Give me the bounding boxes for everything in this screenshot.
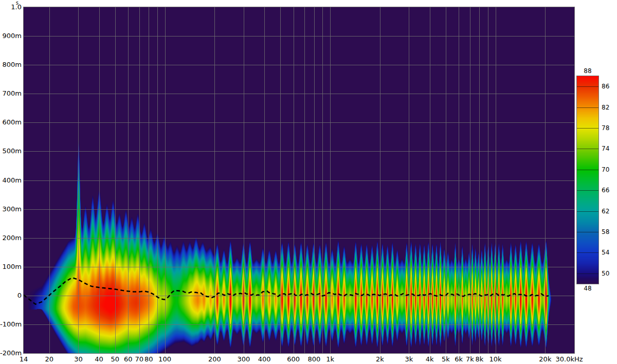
colorbar-tick-label: 70 bbox=[602, 166, 609, 173]
x-axis-tick-label: 600 bbox=[287, 355, 300, 363]
y-axis-tick-label: 700m bbox=[0, 89, 22, 97]
x-axis-tick-label: 40 bbox=[95, 355, 103, 363]
x-axis-tick-label: 70 bbox=[135, 355, 143, 363]
y-axis-tick-label: 800m bbox=[0, 61, 22, 68]
y-axis-tick-label: 100m bbox=[0, 263, 22, 270]
x-axis-tick-label: 2k bbox=[376, 355, 384, 363]
x-axis-tick-label: 8k bbox=[476, 355, 484, 363]
colorbar-tick-label: 62 bbox=[602, 208, 609, 215]
x-axis-tick-label: 800 bbox=[307, 355, 320, 363]
x-axis-tick-label: 100 bbox=[158, 355, 171, 363]
colorbar-max-label: 88 bbox=[576, 67, 599, 75]
colorbar-tick-label: 54 bbox=[602, 249, 609, 256]
x-axis-tick-label: 7k bbox=[466, 355, 474, 363]
x-axis-tick-label: 10k bbox=[489, 355, 502, 363]
spectrogram-plot-area bbox=[23, 7, 575, 354]
x-axis-tick-label: 20 bbox=[45, 355, 54, 363]
y-axis-tick-label: 400m bbox=[0, 176, 22, 184]
x-axis-tick-label: 14 bbox=[20, 355, 28, 363]
y-axis-tick-label: 1.0 bbox=[0, 3, 22, 11]
x-axis-tick-label: 400 bbox=[258, 355, 271, 363]
y-axis-tick-label: -100m bbox=[0, 320, 22, 328]
colorbar-tick-label: 58 bbox=[602, 228, 609, 235]
colorbar-tick-label: 78 bbox=[602, 124, 609, 132]
x-axis-tick-label: 200 bbox=[208, 355, 221, 363]
y-axis-tick-label: 500m bbox=[0, 147, 22, 155]
colorbar-tick-label: 86 bbox=[602, 83, 609, 90]
colorbar-min-label: 48 bbox=[576, 285, 599, 292]
x-axis-tick-label: 1k bbox=[326, 355, 334, 363]
x-axis-tick-label: 80 bbox=[144, 355, 153, 363]
x-axis-tick-label: 6k bbox=[455, 355, 463, 363]
x-axis-tick-label: 30 bbox=[74, 355, 83, 363]
colorbar bbox=[576, 76, 599, 284]
y-axis-tick-label: 600m bbox=[0, 118, 22, 126]
colorbar-tick-label: 82 bbox=[602, 104, 609, 111]
y-axis-tick-label: 900m bbox=[0, 32, 22, 40]
colorbar-canvas bbox=[577, 76, 598, 284]
x-axis-tick-label: 4k bbox=[426, 355, 434, 363]
colorbar-tick-label: 74 bbox=[602, 145, 609, 152]
colorbar-tick-label: 50 bbox=[602, 270, 609, 277]
x-axis-tick-label: 30.0kHz bbox=[555, 355, 583, 363]
spectrogram-canvas bbox=[24, 7, 574, 353]
colorbar-tick-label: 66 bbox=[602, 187, 609, 194]
y-axis-tick-label: 300m bbox=[0, 205, 22, 213]
x-axis-tick-label: 300 bbox=[238, 355, 250, 363]
x-axis-tick-label: 60 bbox=[124, 355, 133, 363]
y-axis-tick-label: -200m bbox=[0, 349, 22, 357]
x-axis-tick-label: 3k bbox=[405, 355, 413, 363]
y-axis-tick-label: 200m bbox=[0, 234, 22, 242]
y-axis-tick-label: 0 bbox=[0, 292, 22, 299]
x-axis-tick-label: 50 bbox=[111, 355, 119, 363]
x-axis-tick-label: 5k bbox=[442, 355, 450, 363]
x-axis-tick-label: 20k bbox=[539, 355, 551, 363]
